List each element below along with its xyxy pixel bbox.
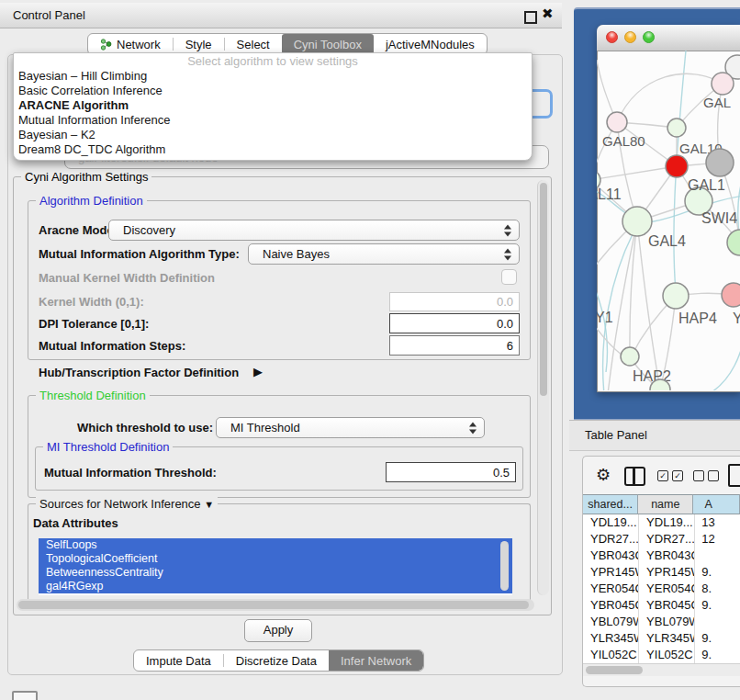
column-header-name[interactable]: name xyxy=(638,494,693,514)
tab-infer-network[interactable]: Infer Network xyxy=(329,650,423,671)
mi-threshold-field[interactable] xyxy=(386,462,516,482)
control-panel-title: Control Panel xyxy=(13,8,85,22)
settings-scrollbar-thumb[interactable] xyxy=(540,183,547,396)
data-attribute-item[interactable]: SelfLoops xyxy=(39,538,512,552)
data-attribute-item[interactable]: TopologicalCoefficient xyxy=(39,552,512,566)
close-icon[interactable]: ✖ xyxy=(542,6,554,22)
window-zoom-icon[interactable] xyxy=(643,31,655,43)
network-node[interactable] xyxy=(727,230,740,255)
mi-type-label: Mutual Information Algorithm Type: xyxy=(39,247,240,261)
tab-cyni-toolbox-label: Cyni Toolbox xyxy=(294,38,362,51)
table-row[interactable]: YBR045CYBR045C9. xyxy=(583,597,740,614)
network-node[interactable] xyxy=(621,347,639,366)
column-layout-icon[interactable] xyxy=(624,467,645,486)
table-cell: 12 xyxy=(695,531,740,548)
manual-kernel-checkbox[interactable] xyxy=(501,269,517,285)
table-row[interactable]: YIL052CYIL052C9. xyxy=(583,647,740,663)
table-cell: YBL079W xyxy=(583,614,639,630)
window-minimize-icon[interactable] xyxy=(624,31,636,43)
algorithm-option[interactable]: Mutual Information Inference xyxy=(14,113,532,128)
dpi-tolerance-field[interactable] xyxy=(389,313,520,333)
tab-discretize-data[interactable]: Discretize Data xyxy=(224,650,329,671)
checked-checkbox-icon: ✓ xyxy=(657,470,668,481)
algorithm-option[interactable]: Bayesian – Hill Climbing xyxy=(14,69,532,84)
expand-right-icon[interactable]: ▶ xyxy=(253,365,263,378)
kernel-width-field[interactable] xyxy=(389,292,520,311)
attributes-scrollbar-thumb[interactable] xyxy=(500,541,509,591)
table-row[interactable]: YER054CYER054C8. xyxy=(583,581,740,597)
document-icon[interactable] xyxy=(728,464,740,487)
network-node[interactable] xyxy=(706,149,734,176)
sources-title: Sources for Network Inference ▼ xyxy=(36,497,218,511)
column-header-partial[interactable]: A xyxy=(693,494,740,514)
tab-jactivemnodules[interactable]: jActiveMNodules xyxy=(374,34,487,54)
network-node-label: GAL4 xyxy=(648,233,686,249)
threshold-definition-title: Threshold Definition xyxy=(36,389,150,402)
unchecked-checkbox-icon xyxy=(693,470,704,481)
stepper-arrows-icon xyxy=(469,422,477,434)
table-row[interactable]: YDR27...YDR27...12 xyxy=(583,531,740,548)
table-row[interactable]: YDL19...YDL19...13 xyxy=(583,514,740,531)
checked-pair-icon[interactable]: ✓ ✓ xyxy=(657,470,683,481)
settings-scrollbar[interactable] xyxy=(537,180,549,595)
collapse-down-icon[interactable]: ▼ xyxy=(204,499,214,510)
network-node[interactable] xyxy=(622,207,652,236)
column-header-shared-name[interactable]: shared... xyxy=(583,494,638,514)
network-node[interactable] xyxy=(712,73,734,95)
algorithm-option[interactable]: ARACNE Algorithm xyxy=(14,98,532,113)
table-hscrollbar[interactable] xyxy=(583,663,740,676)
table-row[interactable]: YBR043CYBR043C xyxy=(583,548,740,564)
table-cell: 8. xyxy=(695,581,740,597)
network-canvas[interactable]: GALGAL80GAL10GAL1GAL11GAL4SWI4GCY1HAP4YH… xyxy=(597,51,740,390)
aracne-mode-combobox[interactable]: Discovery xyxy=(108,220,520,241)
table-row[interactable]: YPR145WYPR145W9. xyxy=(583,564,740,581)
table-row[interactable]: YLR345WYLR345W9. xyxy=(583,630,740,647)
network-node-label: GAL11 xyxy=(597,186,622,202)
settings-hscrollbar-thumb[interactable] xyxy=(18,601,529,609)
table-body: YDL19...YDL19...13YDR27...YDR27...12YBR0… xyxy=(583,514,740,663)
unchecked-pair-icon[interactable] xyxy=(693,470,719,481)
mi-steps-field[interactable] xyxy=(389,335,520,356)
network-node[interactable] xyxy=(607,112,627,132)
table-cell xyxy=(695,614,740,630)
algorithm-option[interactable]: Basic Correlation Inference xyxy=(14,84,532,98)
network-node[interactable] xyxy=(666,155,688,177)
table-cell: YIL052C xyxy=(639,647,695,663)
tab-select-label: Select xyxy=(237,38,270,51)
table-cell: YDL19... xyxy=(639,514,695,531)
apply-button[interactable]: Apply xyxy=(244,619,312,642)
gear-icon[interactable]: ⚙ xyxy=(596,465,611,484)
float-window-icon[interactable] xyxy=(524,11,537,24)
data-attribute-item[interactable]: gal4RGexp xyxy=(39,580,512,593)
table-cell: YBR045C xyxy=(639,597,695,614)
table-cell: YDL19... xyxy=(583,514,639,531)
mi-type-combobox[interactable]: Naive Bayes xyxy=(248,243,520,265)
mi-threshold-label: Mutual Information Threshold: xyxy=(44,466,217,480)
tab-select[interactable]: Select xyxy=(225,34,282,54)
algorithm-option[interactable]: Dream8 DC_TDC Algorithm xyxy=(14,142,532,157)
table-row[interactable]: YBL079WYBL079W xyxy=(583,614,740,630)
table-header-row: shared... name A xyxy=(583,494,740,514)
network-node[interactable] xyxy=(663,283,689,309)
tab-network[interactable]: Network xyxy=(88,34,173,54)
tab-network-label: Network xyxy=(117,38,161,51)
table-hscrollbar-thumb[interactable] xyxy=(586,666,643,674)
network-node[interactable] xyxy=(722,283,740,307)
network-edge xyxy=(705,319,740,390)
network-window-titlebar[interactable] xyxy=(597,25,740,51)
settings-hscrollbar[interactable] xyxy=(17,599,534,611)
docked-panel-icon[interactable] xyxy=(12,691,38,700)
data-attribute-item[interactable]: BetweennessCentrality xyxy=(39,566,512,580)
tab-style[interactable]: Style xyxy=(174,34,224,54)
network-node[interactable] xyxy=(667,119,686,137)
table-cell: YER054C xyxy=(639,581,695,597)
data-attributes-list[interactable]: SelfLoopsTopologicalCoefficientBetweenne… xyxy=(39,538,512,595)
aracne-mode-label: Aracne Mode: xyxy=(39,223,118,237)
mi-steps-label: Mutual Information Steps: xyxy=(39,339,185,353)
tab-cyni-toolbox[interactable]: Cyni Toolbox xyxy=(282,34,374,54)
stepper-arrows-icon xyxy=(504,224,512,236)
tab-impute-data[interactable]: Impute Data xyxy=(134,650,223,671)
which-threshold-combobox[interactable]: MI Threshold xyxy=(216,417,485,438)
algorithm-option[interactable]: Bayesian – K2 xyxy=(14,128,532,142)
window-close-icon[interactable] xyxy=(606,31,618,43)
